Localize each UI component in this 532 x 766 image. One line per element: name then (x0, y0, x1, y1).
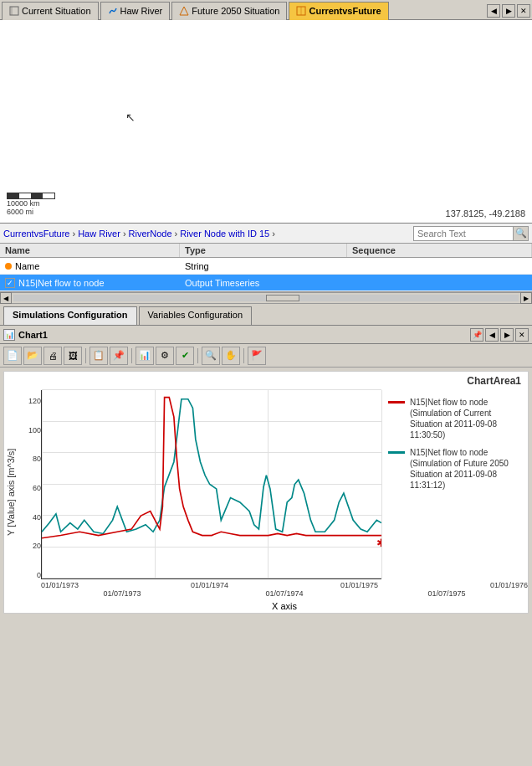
tab-label: Future 2050 Situation (192, 6, 279, 16)
x-ticks-top: 01/01/1973 01/01/1974 01/01/1975 01/01/1… (41, 579, 528, 589)
toolbar-print-btn[interactable]: 🖨 (43, 347, 62, 365)
chart-title-bar: 📊 Chart1 📌 ◀ ▶ ✕ (0, 326, 532, 344)
y-tick-120: 120 (18, 397, 41, 405)
toolbar-separator-2 (131, 348, 132, 363)
bottom-tabs: Simulations Configuration Variables Conf… (0, 304, 532, 326)
toolbar-settings-btn[interactable]: ⚙ (156, 347, 174, 365)
cell-name-0: Name (0, 260, 180, 273)
toolbar-save-img-btn[interactable]: 🖼 (64, 347, 82, 365)
chart-toolbar: 📄 📂 🖨 🖼 📋 📌 📊 ⚙ ✔ 🔍 ✋ 🚩 (0, 344, 532, 368)
tab-current-situation[interactable]: Current Situation (2, 2, 99, 20)
x-tick-1974: 01/01/1974 (191, 581, 228, 589)
chart-legend: N15|Net flow to node (Simulation of Curr… (381, 390, 528, 579)
cell-type-1: Output Timeseries (180, 276, 347, 290)
toolbar-copy-btn[interactable]: 📋 (90, 347, 108, 365)
column-header-name: Name (0, 244, 180, 257)
x-tick-1976: 01/01/1976 (490, 581, 528, 589)
scroll-right-btn[interactable]: ▶ (520, 292, 532, 304)
y-tick-20: 20 (18, 542, 41, 550)
toolbar-separator-4 (243, 348, 244, 363)
row-indicator-dot (5, 263, 12, 270)
chart-svg: ✱ (42, 390, 381, 578)
legend-item-1: N15|Net flow to node (Simulation of Futu… (388, 447, 521, 491)
chart-title: Chart1 (18, 330, 48, 340)
table-container: Name Type Sequence Name String ✓ N15|Net… (0, 244, 532, 292)
y-tick-60: 60 (18, 484, 41, 492)
scroll-thumb[interactable] (266, 295, 299, 301)
y-tick-80: 80 (18, 455, 41, 463)
toolbar-pan-btn[interactable]: ✋ (222, 347, 240, 365)
breadcrumb-item-0[interactable]: CurrentvsFuture (3, 229, 69, 239)
search-box: 🔍 (413, 226, 529, 241)
tab-variables-config[interactable]: Variables Configuration (139, 306, 253, 325)
tab-bar: Current Situation Haw River Future 2050 … (0, 0, 532, 20)
toolbar-ok-btn[interactable]: ✔ (176, 347, 194, 365)
toolbar-chart-type-btn[interactable]: 📊 (136, 347, 154, 365)
chart-marker: ✱ (376, 537, 381, 550)
x-tick-1975: 01/01/1975 (340, 581, 378, 589)
toolbar-paste-btn[interactable]: 📌 (110, 347, 128, 365)
breadcrumb-item-3[interactable]: River Node with ID 15 (180, 229, 269, 239)
column-header-type: Type (180, 244, 347, 257)
chart-next-btn[interactable]: ▶ (500, 328, 514, 342)
chart-area-title: ChartArea1 (41, 372, 528, 390)
map-coordinates: 137.8125, -49.2188 (446, 208, 525, 218)
tab-currentvsfuture[interactable]: CurrentvsFuture (289, 2, 388, 20)
toolbar-flag-btn[interactable]: 🚩 (248, 347, 266, 365)
search-button[interactable]: 🔍 (514, 226, 529, 241)
x-axis-label: X axis (41, 599, 528, 613)
breadcrumb-item-1[interactable]: Haw River (78, 229, 120, 239)
x-tick-mid-1973: 01/07/1973 (103, 589, 141, 598)
y-axis-label: Y [Value] axis [m^3/s] (4, 372, 18, 613)
chart-body: ✱ N15|Net flow to node (Simulation of Cu… (41, 390, 528, 579)
row-checkbox[interactable]: ✓ (5, 278, 15, 288)
tab-simulations-config[interactable]: Simulations Configuration (3, 306, 137, 325)
toolbar-separator-3 (197, 348, 198, 363)
toolbar-separator-1 (85, 348, 86, 363)
tab-label: Haw River (120, 6, 163, 16)
grid-v-3 (381, 390, 382, 578)
tab-close[interactable]: ✕ (517, 4, 530, 18)
x-tick-mid-1974: 01/07/1974 (265, 589, 303, 598)
table-row[interactable]: Name String (0, 258, 532, 275)
toolbar-zoom-btn[interactable]: 🔍 (202, 347, 220, 365)
chart-icon: 📊 (3, 329, 15, 341)
horizontal-scrollbar[interactable]: ◀ ▶ (0, 292, 532, 304)
scroll-track[interactable] (13, 295, 519, 301)
chart-prev-btn[interactable]: ◀ (485, 328, 499, 342)
tab-scroll-right[interactable]: ▶ (502, 4, 515, 18)
search-input[interactable] (413, 226, 514, 241)
cell-seq-0 (347, 265, 532, 268)
chart-area: Y [Value] axis [m^3/s] 120 100 80 60 40 … (3, 371, 529, 614)
chart-main: ChartArea1 (41, 372, 528, 613)
scroll-left-btn[interactable]: ◀ (0, 292, 12, 304)
map-scale: 10000 km 6000 mi (7, 193, 55, 216)
compare-icon (296, 6, 306, 16)
table-row[interactable]: ✓ N15|Net flow to node Output Timeseries (0, 275, 532, 291)
future-icon (179, 6, 189, 16)
legend-label-1: N15|Net flow to node (Simulation of Futu… (410, 447, 521, 491)
breadcrumb-item-2[interactable]: RiverNode (129, 229, 172, 239)
toolbar-open-btn[interactable]: 📂 (23, 347, 42, 365)
tab-scroll-left[interactable]: ◀ (487, 4, 500, 18)
legend-line-teal (388, 451, 405, 454)
toolbar-new-btn[interactable]: 📄 (3, 347, 22, 365)
cell-seq-1 (347, 281, 532, 285)
chart-plot[interactable]: ✱ (41, 390, 381, 579)
tab-controls: ◀ ▶ ✕ (487, 4, 530, 18)
y-tick-100: 100 (18, 426, 41, 434)
map-area: ↖ 10000 km 6000 mi 137.8125, -49.2188 (0, 20, 532, 224)
cell-type-0: String (180, 260, 347, 273)
chart-close-btn[interactable]: ✕ (515, 328, 529, 342)
chart-pin-btn[interactable]: 📌 (470, 328, 483, 342)
tab-haw-river[interactable]: Haw River (100, 2, 171, 20)
chart-window-controls: 📌 ◀ ▶ ✕ (470, 328, 529, 342)
scale-mi-label: 6000 mi (7, 208, 55, 216)
chart-panel: 📊 Chart1 📌 ◀ ▶ ✕ 📄 📂 🖨 🖼 📋 📌 📊 ⚙ ✔ 🔍 ✋ 🚩… (0, 326, 532, 614)
y-tick-0: 0 (18, 571, 41, 579)
y-tick-40: 40 (18, 513, 41, 522)
tab-future-situation[interactable]: Future 2050 Situation (171, 2, 287, 20)
cursor-pointer: ↖ (125, 111, 136, 124)
breadcrumb-bar: CurrentvsFuture › Haw River › RiverNode … (0, 224, 532, 244)
svg-rect-0 (10, 7, 18, 15)
